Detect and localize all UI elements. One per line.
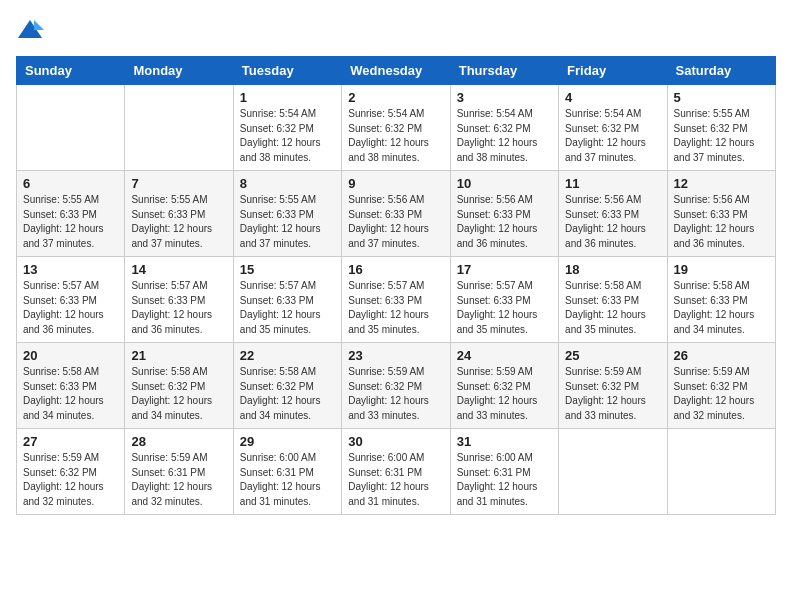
day-info: Sunrise: 5:58 AM Sunset: 6:33 PM Dayligh… bbox=[23, 365, 118, 423]
day-number: 19 bbox=[674, 262, 769, 277]
calendar-cell: 25Sunrise: 5:59 AM Sunset: 6:32 PM Dayli… bbox=[559, 343, 667, 429]
day-number: 27 bbox=[23, 434, 118, 449]
day-info: Sunrise: 5:57 AM Sunset: 6:33 PM Dayligh… bbox=[240, 279, 335, 337]
logo-icon bbox=[16, 16, 44, 44]
day-number: 5 bbox=[674, 90, 769, 105]
calendar-cell: 15Sunrise: 5:57 AM Sunset: 6:33 PM Dayli… bbox=[233, 257, 341, 343]
day-info: Sunrise: 5:54 AM Sunset: 6:32 PM Dayligh… bbox=[348, 107, 443, 165]
day-number: 1 bbox=[240, 90, 335, 105]
weekday-header: Tuesday bbox=[233, 57, 341, 85]
day-info: Sunrise: 5:54 AM Sunset: 6:32 PM Dayligh… bbox=[457, 107, 552, 165]
day-number: 14 bbox=[131, 262, 226, 277]
day-info: Sunrise: 5:55 AM Sunset: 6:33 PM Dayligh… bbox=[240, 193, 335, 251]
page-header bbox=[16, 16, 776, 44]
calendar-cell: 1Sunrise: 5:54 AM Sunset: 6:32 PM Daylig… bbox=[233, 85, 341, 171]
calendar-cell: 9Sunrise: 5:56 AM Sunset: 6:33 PM Daylig… bbox=[342, 171, 450, 257]
calendar-cell: 20Sunrise: 5:58 AM Sunset: 6:33 PM Dayli… bbox=[17, 343, 125, 429]
day-info: Sunrise: 5:58 AM Sunset: 6:33 PM Dayligh… bbox=[674, 279, 769, 337]
day-number: 8 bbox=[240, 176, 335, 191]
day-number: 31 bbox=[457, 434, 552, 449]
day-info: Sunrise: 6:00 AM Sunset: 6:31 PM Dayligh… bbox=[348, 451, 443, 509]
day-info: Sunrise: 5:59 AM Sunset: 6:32 PM Dayligh… bbox=[23, 451, 118, 509]
day-info: Sunrise: 5:56 AM Sunset: 6:33 PM Dayligh… bbox=[674, 193, 769, 251]
day-info: Sunrise: 5:56 AM Sunset: 6:33 PM Dayligh… bbox=[565, 193, 660, 251]
calendar-cell: 12Sunrise: 5:56 AM Sunset: 6:33 PM Dayli… bbox=[667, 171, 775, 257]
weekday-header-row: SundayMondayTuesdayWednesdayThursdayFrid… bbox=[17, 57, 776, 85]
calendar-cell: 22Sunrise: 5:58 AM Sunset: 6:32 PM Dayli… bbox=[233, 343, 341, 429]
calendar-cell: 2Sunrise: 5:54 AM Sunset: 6:32 PM Daylig… bbox=[342, 85, 450, 171]
day-number: 10 bbox=[457, 176, 552, 191]
calendar-cell: 3Sunrise: 5:54 AM Sunset: 6:32 PM Daylig… bbox=[450, 85, 558, 171]
day-number: 29 bbox=[240, 434, 335, 449]
calendar-week-row: 6Sunrise: 5:55 AM Sunset: 6:33 PM Daylig… bbox=[17, 171, 776, 257]
day-number: 16 bbox=[348, 262, 443, 277]
day-number: 24 bbox=[457, 348, 552, 363]
day-number: 7 bbox=[131, 176, 226, 191]
day-info: Sunrise: 5:56 AM Sunset: 6:33 PM Dayligh… bbox=[457, 193, 552, 251]
calendar-week-row: 27Sunrise: 5:59 AM Sunset: 6:32 PM Dayli… bbox=[17, 429, 776, 515]
calendar-cell: 5Sunrise: 5:55 AM Sunset: 6:32 PM Daylig… bbox=[667, 85, 775, 171]
calendar-cell: 6Sunrise: 5:55 AM Sunset: 6:33 PM Daylig… bbox=[17, 171, 125, 257]
day-number: 4 bbox=[565, 90, 660, 105]
calendar-week-row: 1Sunrise: 5:54 AM Sunset: 6:32 PM Daylig… bbox=[17, 85, 776, 171]
day-number: 11 bbox=[565, 176, 660, 191]
day-number: 12 bbox=[674, 176, 769, 191]
day-info: Sunrise: 5:57 AM Sunset: 6:33 PM Dayligh… bbox=[457, 279, 552, 337]
day-number: 17 bbox=[457, 262, 552, 277]
day-number: 2 bbox=[348, 90, 443, 105]
day-info: Sunrise: 5:59 AM Sunset: 6:32 PM Dayligh… bbox=[565, 365, 660, 423]
day-info: Sunrise: 5:59 AM Sunset: 6:32 PM Dayligh… bbox=[348, 365, 443, 423]
weekday-header: Wednesday bbox=[342, 57, 450, 85]
day-info: Sunrise: 6:00 AM Sunset: 6:31 PM Dayligh… bbox=[457, 451, 552, 509]
weekday-header: Monday bbox=[125, 57, 233, 85]
day-number: 6 bbox=[23, 176, 118, 191]
day-info: Sunrise: 5:58 AM Sunset: 6:32 PM Dayligh… bbox=[131, 365, 226, 423]
calendar-cell: 28Sunrise: 5:59 AM Sunset: 6:31 PM Dayli… bbox=[125, 429, 233, 515]
calendar-cell: 30Sunrise: 6:00 AM Sunset: 6:31 PM Dayli… bbox=[342, 429, 450, 515]
calendar-cell: 24Sunrise: 5:59 AM Sunset: 6:32 PM Dayli… bbox=[450, 343, 558, 429]
calendar-cell bbox=[559, 429, 667, 515]
day-info: Sunrise: 5:54 AM Sunset: 6:32 PM Dayligh… bbox=[565, 107, 660, 165]
day-info: Sunrise: 5:55 AM Sunset: 6:32 PM Dayligh… bbox=[674, 107, 769, 165]
calendar-cell: 31Sunrise: 6:00 AM Sunset: 6:31 PM Dayli… bbox=[450, 429, 558, 515]
calendar-cell bbox=[17, 85, 125, 171]
day-number: 21 bbox=[131, 348, 226, 363]
day-number: 3 bbox=[457, 90, 552, 105]
calendar-week-row: 13Sunrise: 5:57 AM Sunset: 6:33 PM Dayli… bbox=[17, 257, 776, 343]
calendar-cell: 17Sunrise: 5:57 AM Sunset: 6:33 PM Dayli… bbox=[450, 257, 558, 343]
logo bbox=[16, 16, 48, 44]
weekday-header: Saturday bbox=[667, 57, 775, 85]
calendar-cell bbox=[667, 429, 775, 515]
calendar-cell: 27Sunrise: 5:59 AM Sunset: 6:32 PM Dayli… bbox=[17, 429, 125, 515]
day-info: Sunrise: 5:55 AM Sunset: 6:33 PM Dayligh… bbox=[131, 193, 226, 251]
calendar-cell bbox=[125, 85, 233, 171]
calendar-cell: 14Sunrise: 5:57 AM Sunset: 6:33 PM Dayli… bbox=[125, 257, 233, 343]
weekday-header: Thursday bbox=[450, 57, 558, 85]
day-info: Sunrise: 5:57 AM Sunset: 6:33 PM Dayligh… bbox=[23, 279, 118, 337]
day-info: Sunrise: 5:57 AM Sunset: 6:33 PM Dayligh… bbox=[348, 279, 443, 337]
day-number: 9 bbox=[348, 176, 443, 191]
day-info: Sunrise: 5:59 AM Sunset: 6:32 PM Dayligh… bbox=[457, 365, 552, 423]
day-number: 28 bbox=[131, 434, 226, 449]
calendar-cell: 19Sunrise: 5:58 AM Sunset: 6:33 PM Dayli… bbox=[667, 257, 775, 343]
calendar-cell: 18Sunrise: 5:58 AM Sunset: 6:33 PM Dayli… bbox=[559, 257, 667, 343]
day-number: 25 bbox=[565, 348, 660, 363]
day-info: Sunrise: 5:54 AM Sunset: 6:32 PM Dayligh… bbox=[240, 107, 335, 165]
calendar-cell: 7Sunrise: 5:55 AM Sunset: 6:33 PM Daylig… bbox=[125, 171, 233, 257]
calendar-cell: 13Sunrise: 5:57 AM Sunset: 6:33 PM Dayli… bbox=[17, 257, 125, 343]
day-number: 15 bbox=[240, 262, 335, 277]
weekday-header: Sunday bbox=[17, 57, 125, 85]
day-info: Sunrise: 5:58 AM Sunset: 6:32 PM Dayligh… bbox=[240, 365, 335, 423]
day-number: 13 bbox=[23, 262, 118, 277]
calendar-week-row: 20Sunrise: 5:58 AM Sunset: 6:33 PM Dayli… bbox=[17, 343, 776, 429]
day-number: 26 bbox=[674, 348, 769, 363]
day-number: 18 bbox=[565, 262, 660, 277]
calendar-cell: 16Sunrise: 5:57 AM Sunset: 6:33 PM Dayli… bbox=[342, 257, 450, 343]
day-number: 22 bbox=[240, 348, 335, 363]
day-info: Sunrise: 6:00 AM Sunset: 6:31 PM Dayligh… bbox=[240, 451, 335, 509]
day-info: Sunrise: 5:57 AM Sunset: 6:33 PM Dayligh… bbox=[131, 279, 226, 337]
day-info: Sunrise: 5:56 AM Sunset: 6:33 PM Dayligh… bbox=[348, 193, 443, 251]
calendar-table: SundayMondayTuesdayWednesdayThursdayFrid… bbox=[16, 56, 776, 515]
day-number: 30 bbox=[348, 434, 443, 449]
calendar-cell: 11Sunrise: 5:56 AM Sunset: 6:33 PM Dayli… bbox=[559, 171, 667, 257]
